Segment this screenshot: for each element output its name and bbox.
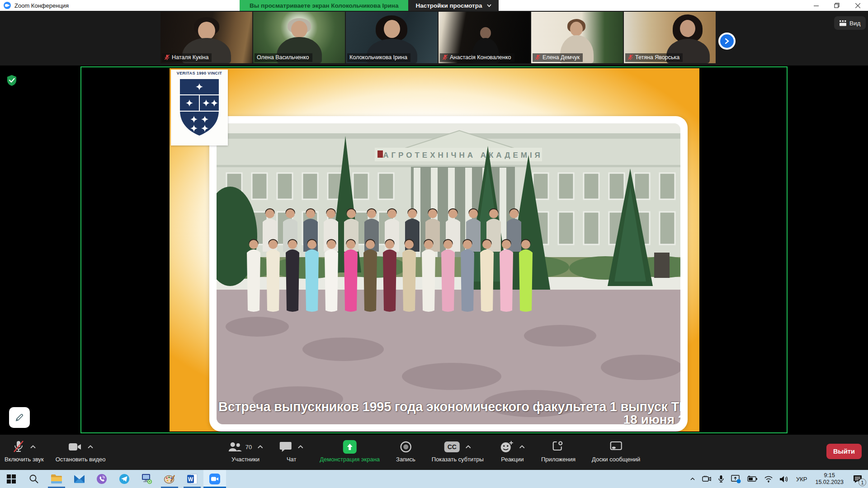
shared-screen-frame: VERITAS 1990 VINCIT [80, 66, 788, 433]
start-button[interactable] [0, 470, 23, 488]
zoom-app-button[interactable] [203, 470, 226, 488]
remote-desktop-button[interactable] [136, 470, 158, 488]
restore-button[interactable] [826, 0, 847, 11]
participant-name-label: Олена Васильченко [255, 53, 312, 62]
chat-label: Чат [287, 456, 297, 463]
participant-name: Тетяна Яворська [635, 54, 679, 61]
taskbar-clock[interactable]: 9:15 15.02.2023 [811, 472, 847, 486]
language-indicator[interactable]: УКР [792, 470, 812, 488]
apps-button[interactable]: Приложения [541, 438, 576, 463]
participant-tile[interactable]: Наталя Кукіна [160, 12, 252, 63]
chevron-down-icon [487, 4, 491, 7]
shared-screen-area: VERITAS 1990 VINCIT [0, 66, 868, 435]
computer-icon [141, 474, 153, 484]
muted-mic-icon [164, 54, 170, 61]
unmute-label: Включить звук [5, 456, 44, 463]
person-silhouette [480, 27, 491, 39]
chat-button[interactable]: Чат [279, 438, 303, 463]
participant-name-label: Елена Демчук [533, 53, 583, 62]
participant-tile-active-speaker[interactable]: Колокольчикова Ірина [346, 12, 438, 63]
search-button[interactable] [23, 470, 45, 488]
volume-icon[interactable] [776, 470, 792, 488]
window-controls [806, 0, 868, 11]
camera-icon [68, 442, 82, 452]
window-title: Zoom Конференция [14, 2, 69, 9]
record-button[interactable]: Запись [396, 438, 415, 463]
view-options-button[interactable]: Настройки просмотра [408, 0, 498, 11]
stop-video-button[interactable]: Остановить видео [56, 438, 106, 463]
crest-motto: VERITAS 1990 VINCIT [171, 70, 228, 75]
building-sign-text: АГРОТЕХНІЧНА АКАДЕМІЯ [383, 151, 543, 160]
telegram-button[interactable] [113, 470, 136, 488]
chevron-up-icon[interactable] [30, 445, 36, 449]
minimize-icon [814, 3, 819, 8]
grid-view-icon [840, 20, 846, 26]
captions-button[interactable]: CC Показать субтитры [432, 438, 484, 463]
unmute-button[interactable]: Включить звук [5, 438, 44, 463]
meeting-security-shield-icon[interactable] [6, 75, 17, 88]
muted-mic-icon [442, 54, 448, 61]
reactions-button[interactable]: Реакции [500, 438, 525, 463]
participant-name: Колокольчикова Ірина [349, 54, 407, 61]
share-screen-button[interactable]: Демонстрация экрана [320, 438, 380, 463]
chevron-right-icon [720, 34, 734, 48]
close-icon [855, 3, 860, 8]
battery-icon[interactable] [744, 470, 761, 488]
whiteboards-button[interactable]: Доски сообщений [592, 438, 640, 463]
mail-button[interactable] [68, 470, 90, 488]
chevron-up-icon[interactable] [298, 445, 303, 449]
chevron-up-icon[interactable] [88, 445, 93, 449]
action-center-button[interactable]: 1 [847, 470, 868, 488]
muted-mic-icon [535, 54, 541, 61]
file-explorer-icon [51, 474, 62, 484]
record-icon [399, 441, 412, 453]
participant-tile[interactable]: Елена Демчук [531, 12, 623, 63]
search-icon [29, 474, 39, 484]
participant-name-label: Наталя Кукіна [162, 53, 212, 62]
participant-tile[interactable]: Тетяна Яворська [624, 12, 716, 63]
participants-icon [228, 441, 242, 452]
file-explorer-button[interactable] [45, 470, 68, 488]
meeting-toolbar: Включить звук Остановить видео 70 Участн… [0, 435, 868, 470]
close-button[interactable] [847, 0, 868, 11]
svg-text:W: W [188, 476, 193, 483]
annotate-pencil-button[interactable] [9, 407, 30, 428]
tray-mic-icon[interactable] [714, 470, 728, 488]
tray-screenshare-icon[interactable] [728, 470, 744, 488]
word-icon: W [187, 474, 198, 484]
chevron-up-icon[interactable] [258, 445, 263, 449]
chevron-up-icon [689, 476, 696, 482]
viber-button[interactable] [90, 470, 113, 488]
zoom-logo-icon [4, 2, 11, 9]
view-layout-button[interactable]: Вид [834, 16, 866, 30]
paint-button[interactable] [158, 470, 181, 488]
participant-tile[interactable]: Олена Васильченко [253, 12, 345, 63]
leave-meeting-button[interactable]: Выйти [826, 444, 862, 459]
strip-next-page-button[interactable] [718, 33, 736, 50]
view-button-label: Вид [849, 20, 860, 27]
zoom-app-window: Zoom Конференция Вы просматриваете экран… [0, 0, 868, 488]
view-options-label: Настройки просмотра [415, 2, 482, 9]
person-silhouette [198, 22, 215, 40]
word-button[interactable]: W [181, 470, 203, 488]
title-bar: Zoom Конференция Вы просматриваете экран… [0, 0, 868, 11]
stop-video-label: Остановить видео [56, 456, 106, 463]
chevron-up-icon[interactable] [466, 445, 471, 449]
clock-date: 15.02.2023 [815, 479, 844, 486]
participant-tile[interactable]: Анастасія Коноваленко [439, 12, 530, 63]
tray-camera-icon[interactable] [699, 470, 714, 488]
person-silhouette [384, 20, 400, 38]
chat-icon [279, 441, 292, 453]
presentation-slide: VERITAS 1990 VINCIT [170, 68, 699, 432]
participant-name: Наталя Кукіна [172, 54, 208, 61]
participants-count: 70 [245, 444, 252, 450]
zoom-icon [209, 474, 220, 484]
chevron-up-icon[interactable] [519, 445, 525, 449]
minimize-button[interactable] [806, 0, 826, 11]
university-crest: VERITAS 1990 VINCIT [171, 70, 228, 145]
hidden-icons-chevron[interactable] [686, 470, 699, 488]
participants-button[interactable]: 70 Участники [228, 438, 263, 463]
apps-icon [552, 441, 565, 453]
wifi-icon[interactable] [761, 470, 776, 488]
whiteboard-icon [609, 441, 623, 453]
